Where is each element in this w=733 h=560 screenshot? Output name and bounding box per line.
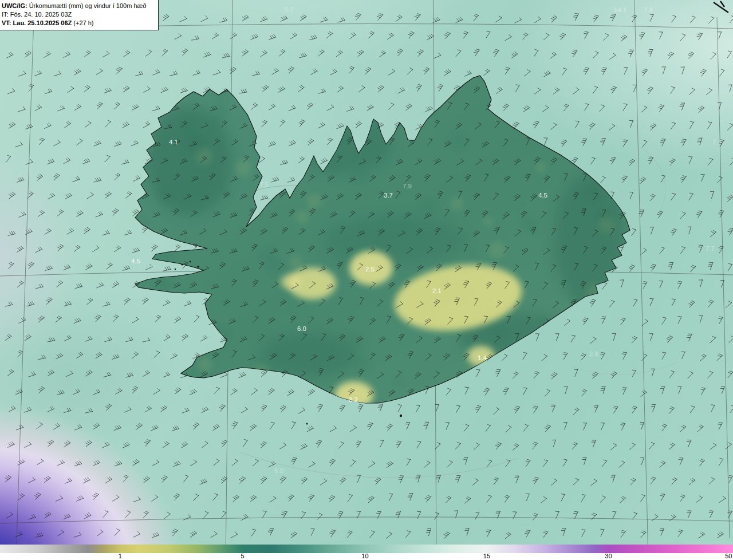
precip-value-label: 7.4 (712, 139, 722, 145)
precip-value-label: 5.7 (285, 6, 294, 13)
model-label: UWC/IG: (2, 2, 27, 9)
precip-value-label: 7.5 (259, 181, 269, 188)
precip-value-label: 3.7 (384, 192, 393, 199)
precip-value-label: 2.5 (365, 266, 375, 273)
colorbar-tick-label: 50 (725, 553, 732, 559)
colorbar-gradient (0, 545, 733, 553)
weather-map-app: 5.714.17.84.17.47.57.93.74.57.74.52.52.1… (0, 0, 733, 560)
colorbar-scale: 1510153050 (0, 553, 733, 560)
colorbar-tick-label: 1 (119, 553, 122, 559)
precip-value-label: 6.0 (274, 467, 283, 474)
lead-time: (+27 h) (72, 19, 93, 26)
precip-value-label: 7.9 (403, 183, 412, 190)
precip-value-label: 3.2 (349, 396, 358, 403)
colorbar-tick-label: 5 (241, 553, 245, 559)
forecast-info-box: UWC/IG: Úrkomumætti (mm) og vindur í 100… (0, 0, 159, 30)
precip-value-label: 2.1 (432, 287, 442, 294)
colorbar-tick-label: 15 (483, 553, 490, 559)
precip-value-label: 14.1 (614, 6, 626, 13)
precip-value-label: 6.0 (297, 325, 306, 332)
precip-value-label: 4.5 (131, 258, 140, 265)
init-time-line: IT: Fös. 24. 10. 2025 03Z (2, 10, 155, 19)
precip-value-label: 7.7 (706, 245, 715, 252)
precip-value-label: 1.4 (478, 354, 487, 361)
precip-value-label: 7.8 (644, 6, 653, 13)
precip-value-label: 4.5 (538, 192, 547, 199)
map-title: Úrkomumætti (mm) og vindur í 100m hæð (27, 2, 147, 9)
map-title-line: UWC/IG: Úrkomumætti (mm) og vindur í 100… (2, 2, 155, 10)
valid-time-line: VT: Lau. 25.10.2025 06Z (+27 h) (2, 19, 155, 27)
valid-time: VT: Lau. 25.10.2025 06Z (2, 19, 72, 26)
precip-value-label: 2.8 (589, 350, 598, 357)
map-overlay: 5.714.17.84.17.47.57.93.74.57.74.52.52.1… (0, 0, 733, 560)
precip-value-label: 4.1 (169, 139, 178, 145)
colorbar-tick-label: 10 (361, 553, 368, 559)
corner-wind-barb-icon (714, 1, 728, 13)
colorbar-legend: 1510153050 (0, 545, 733, 560)
colorbar-tick-label: 30 (605, 553, 612, 559)
